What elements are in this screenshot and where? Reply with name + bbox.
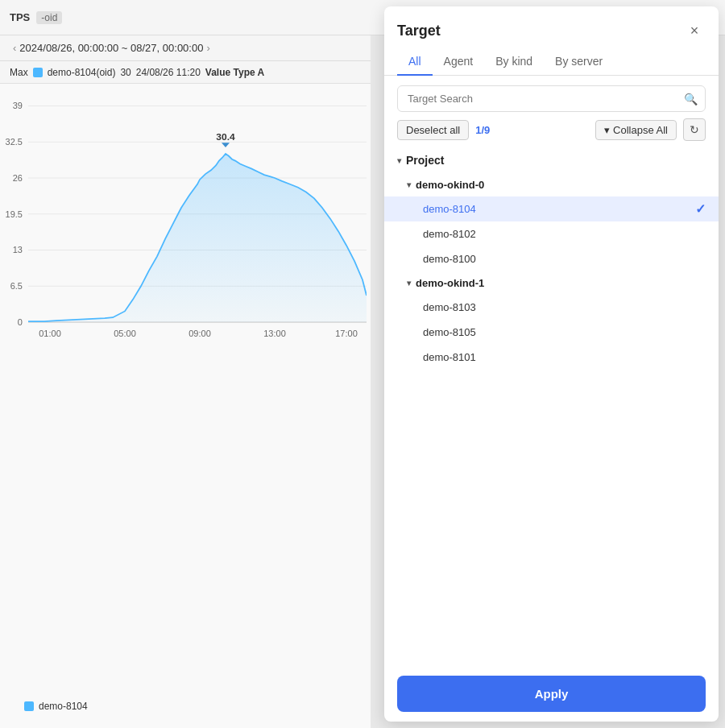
search-icon: 🔍 (684, 93, 698, 105)
tree-item-demo-8105[interactable]: demo-8105 (384, 320, 719, 345)
section-arrow-icon: ▾ (397, 156, 401, 165)
svg-text:32.5: 32.5 (6, 137, 23, 147)
top-bar-badge: -oid (36, 11, 62, 24)
legend-color-box (33, 68, 43, 77)
chart-area: 39 32.5 26 19.5 13 6.5 0 01:00 05:00 09:… (0, 84, 371, 728)
item-label: demo-8100 (423, 253, 476, 265)
date-range-text: 2024/08/26, 00:00:00 ~ 08/27, 00:00:00 (19, 42, 203, 54)
tree-item-demo-8102[interactable]: demo-8102 (384, 221, 719, 246)
svg-text:30.4: 30.4 (216, 131, 235, 143)
group-arrow-icon-1: ▾ (407, 279, 411, 287)
panel-tabs: All Agent By kind By server (384, 42, 719, 76)
svg-text:39: 39 (13, 101, 23, 111)
section-label-text: Project (406, 154, 444, 167)
panel-header: Target × (384, 6, 719, 42)
tree-list: ▾ Project ▾ demo-okind-0 demo-8104 ✓ dem… (384, 147, 719, 666)
svg-text:0: 0 (18, 317, 23, 327)
item-label: demo-8103 (423, 301, 476, 313)
action-bar: Deselect all 1/9 ▾ Collapse All ↻ (384, 118, 719, 147)
chart-info-bar: Max demo-8104(oid) 30 24/08/26 11:20 Val… (0, 61, 371, 84)
search-box: 🔍 (397, 85, 706, 112)
close-button[interactable]: × (683, 19, 706, 42)
item-label: demo-8101 (423, 351, 476, 363)
next-arrow[interactable]: › (206, 42, 209, 54)
item-label: demo-8105 (423, 326, 476, 338)
deselect-all-button[interactable]: Deselect all (397, 120, 469, 140)
tab-all[interactable]: All (397, 48, 433, 76)
search-input[interactable] (397, 85, 706, 112)
group-arrow-icon-0: ▾ (407, 180, 411, 189)
svg-text:26: 26 (13, 173, 23, 183)
svg-text:17:00: 17:00 (335, 329, 358, 338)
chart-legend: demo-8104 (24, 701, 88, 712)
target-panel: Target × All Agent By kind By server 🔍 D… (384, 6, 719, 722)
apply-button[interactable]: Apply (397, 676, 706, 712)
section-project[interactable]: ▾ Project (384, 147, 719, 173)
svg-text:19.5: 19.5 (6, 209, 23, 219)
svg-text:09:00: 09:00 (188, 329, 211, 338)
svg-text:6.5: 6.5 (10, 281, 23, 291)
tab-by-server[interactable]: By server (544, 48, 614, 76)
chart-container: 39 32.5 26 19.5 13 6.5 0 01:00 05:00 09:… (0, 92, 371, 398)
svg-marker-26 (222, 143, 230, 147)
item-label: demo-8104 (423, 203, 476, 215)
value-type: Value Type A (205, 67, 264, 78)
collapse-all-button[interactable]: ▾ Collapse All (595, 120, 677, 140)
tree-item-demo-8100[interactable]: demo-8100 (384, 246, 719, 271)
svg-text:13: 13 (13, 246, 23, 255)
collapse-arrow-icon: ▾ (604, 124, 610, 136)
group-label-1: demo-okind-1 (416, 277, 484, 289)
svg-text:13:00: 13:00 (263, 329, 286, 338)
check-icon: ✓ (695, 201, 706, 217)
series-name: demo-8104(oid) (48, 67, 116, 78)
item-label: demo-8102 (423, 228, 476, 240)
legend-label: demo-8104 (39, 701, 88, 712)
tree-item-demo-8104[interactable]: demo-8104 ✓ (384, 196, 719, 221)
tree-item-demo-8101[interactable]: demo-8101 (384, 345, 719, 370)
tree-item-demo-8103[interactable]: demo-8103 (384, 295, 719, 320)
prev-arrow[interactable]: ‹ (13, 42, 16, 54)
group-okind-1[interactable]: ▾ demo-okind-1 (384, 271, 719, 295)
chart-svg: 39 32.5 26 19.5 13 6.5 0 01:00 05:00 09:… (0, 92, 371, 382)
tab-by-kind[interactable]: By kind (484, 48, 544, 76)
panel-title: Target (397, 23, 441, 39)
legend-box (24, 701, 34, 711)
date-bar: ‹ 2024/08/26, 00:00:00 ~ 08/27, 00:00:00… (0, 35, 371, 61)
series-value: 30 (120, 67, 130, 78)
series-date: 24/08/26 11:20 (136, 67, 201, 78)
svg-text:05:00: 05:00 (114, 329, 136, 338)
refresh-button[interactable]: ↻ (683, 118, 706, 141)
group-label-0: demo-okind-0 (416, 179, 484, 191)
svg-text:01:00: 01:00 (39, 329, 61, 338)
top-bar-title: TPS (10, 11, 30, 23)
selection-count: 1/9 (475, 124, 490, 136)
max-label: Max (10, 67, 28, 78)
tab-agent[interactable]: Agent (433, 48, 485, 76)
group-okind-0[interactable]: ▾ demo-okind-0 (384, 173, 719, 196)
